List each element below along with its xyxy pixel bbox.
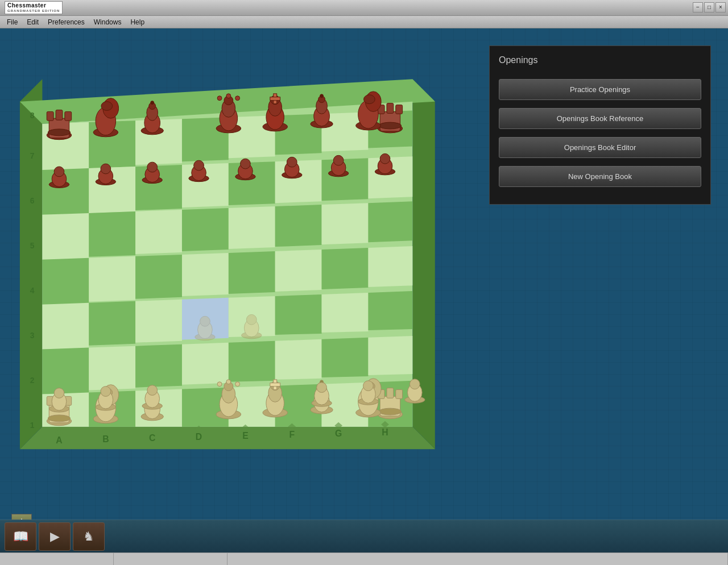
- svg-point-209: [246, 314, 257, 325]
- minimize-button[interactable]: −: [693, 2, 703, 13]
- svg-marker-37: [42, 303, 89, 350]
- practice-openings-button[interactable]: Practice Openings: [499, 79, 701, 100]
- svg-text:D: D: [196, 432, 202, 442]
- svg-marker-49: [229, 341, 275, 382]
- svg-marker-22: [89, 211, 135, 257]
- svg-marker-50: [275, 339, 322, 380]
- svg-point-104: [364, 95, 375, 104]
- svg-marker-43: [322, 293, 369, 333]
- svg-marker-33: [229, 251, 275, 294]
- svg-point-119: [217, 96, 222, 101]
- close-button[interactable]: ×: [715, 2, 726, 13]
- svg-marker-35: [322, 248, 369, 289]
- svg-marker-28: [368, 201, 412, 242]
- svg-text:5: 5: [30, 242, 35, 250]
- svg-marker-26: [275, 205, 322, 247]
- svg-text:2: 2: [30, 376, 35, 385]
- svg-text:4: 4: [30, 286, 35, 295]
- svg-rect-87: [47, 111, 53, 121]
- svg-point-120: [226, 94, 231, 98]
- svg-marker-36: [368, 246, 412, 287]
- svg-marker-23: [135, 210, 182, 254]
- svg-point-148: [333, 155, 344, 165]
- svg-point-186: [217, 382, 222, 387]
- svg-point-121: [235, 96, 240, 101]
- svg-point-145: [287, 157, 297, 167]
- svg-point-139: [194, 160, 204, 171]
- svg-point-203: [147, 385, 158, 396]
- svg-point-90: [48, 129, 70, 136]
- title-bar: Chessmaster GRANDMASTER EDITION − □ ×: [0, 0, 728, 16]
- svg-text:H: H: [382, 427, 388, 437]
- svg-marker-38: [89, 301, 135, 346]
- status-panel-left: [0, 553, 114, 565]
- svg-point-215: [363, 381, 374, 391]
- svg-point-133: [101, 164, 111, 174]
- openings-book-reference-button[interactable]: Openings Book Reference: [499, 108, 701, 129]
- svg-point-136: [147, 162, 158, 172]
- statusbar: [0, 552, 728, 565]
- status-panel-mid: [114, 553, 228, 565]
- book-button[interactable]: 📖: [5, 522, 36, 551]
- svg-text:A: A: [56, 435, 62, 445]
- svg-point-109: [151, 101, 154, 105]
- svg-point-96: [379, 122, 401, 129]
- menu-help[interactable]: Help: [126, 17, 149, 27]
- menu-preferences[interactable]: Preferences: [43, 17, 89, 27]
- svg-text:7: 7: [30, 152, 35, 160]
- title-bar-controls: − □ ×: [693, 2, 726, 13]
- svg-rect-95: [396, 105, 403, 114]
- restore-button[interactable]: □: [704, 2, 714, 13]
- svg-point-157: [48, 415, 70, 422]
- svg-text:G: G: [335, 429, 342, 438]
- app-logo: Chessmaster GRANDMASTER EDITION: [5, 1, 63, 14]
- svg-marker-32: [182, 253, 229, 296]
- app-title: Chessmaster: [7, 2, 60, 9]
- svg-text:C: C: [149, 433, 155, 443]
- svg-marker-1: [20, 79, 42, 449]
- svg-point-130: [54, 167, 64, 177]
- svg-point-212: [317, 383, 327, 393]
- new-opening-book-button[interactable]: New Opening Book: [499, 166, 701, 187]
- menu-windows[interactable]: Windows: [89, 17, 126, 27]
- svg-point-151: [380, 153, 390, 164]
- play-button[interactable]: ▶: [39, 522, 71, 551]
- svg-point-218: [410, 379, 420, 389]
- svg-marker-42: [275, 294, 322, 335]
- svg-point-114: [320, 94, 324, 98]
- openings-book-editor-button[interactable]: Openings Book Editor: [499, 137, 701, 158]
- svg-text:8: 8: [30, 111, 35, 120]
- svg-rect-89: [65, 111, 72, 121]
- svg-rect-161: [387, 388, 394, 398]
- svg-rect-194: [270, 383, 280, 387]
- svg-marker-31: [135, 255, 182, 299]
- svg-marker-25: [229, 206, 275, 249]
- chess-board-container[interactable]: A B C D E F G H 1 2 3 4 5 6 7 8: [6, 45, 438, 455]
- svg-marker-27: [322, 203, 369, 244]
- svg-rect-162: [396, 390, 403, 399]
- svg-text:6: 6: [30, 197, 35, 205]
- status-panel-right: [228, 553, 728, 565]
- svg-rect-127: [270, 97, 280, 101]
- menu-file[interactable]: File: [2, 17, 22, 27]
- svg-marker-47: [135, 344, 182, 388]
- app-subtitle: GRANDMASTER EDITION: [7, 9, 60, 13]
- menu-edit[interactable]: Edit: [22, 17, 43, 27]
- svg-rect-88: [56, 110, 63, 120]
- svg-point-187: [226, 380, 231, 384]
- svg-marker-29: [42, 258, 89, 305]
- svg-point-206: [200, 316, 210, 326]
- svg-point-142: [241, 159, 251, 169]
- svg-marker-34: [275, 250, 322, 292]
- svg-text:F: F: [289, 430, 295, 439]
- svg-point-100: [101, 102, 113, 111]
- svg-marker-21: [42, 213, 89, 260]
- main-area: A B C D E F G H 1 2 3 4 5 6 7 8: [0, 28, 728, 531]
- menu-bar: File Edit Preferences Windows Help: [0, 16, 728, 28]
- knight-button[interactable]: ♞: [73, 522, 105, 551]
- svg-text:B: B: [102, 434, 109, 444]
- logo-box: Chessmaster GRANDMASTER EDITION: [5, 1, 63, 14]
- svg-point-188: [235, 382, 240, 387]
- svg-rect-94: [387, 103, 394, 114]
- openings-panel-title: Openings: [499, 55, 701, 68]
